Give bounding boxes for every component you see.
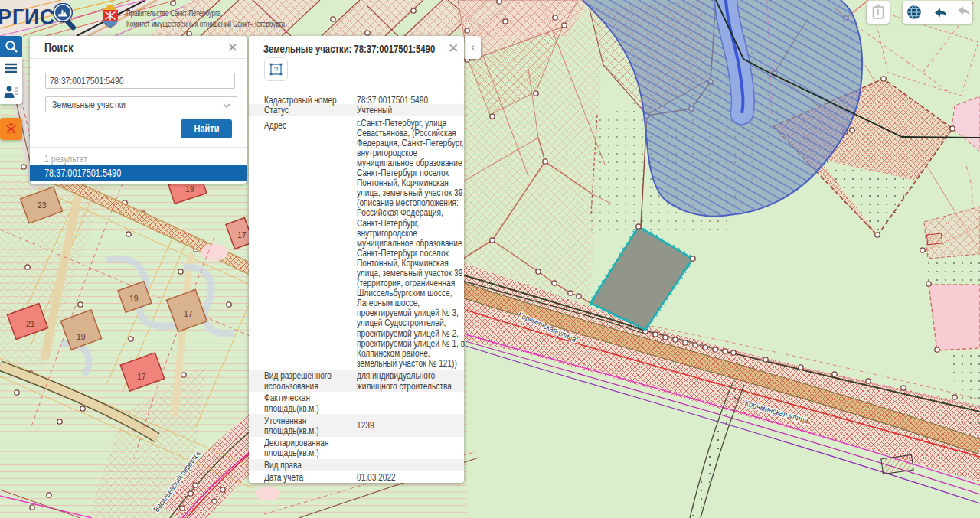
svg-text:Комитет имущественных отношени: Комитет имущественных отношений Санкт-Пе… (126, 19, 285, 28)
svg-text:19: 19 (129, 294, 139, 303)
svg-text:РГИС: РГИС (0, 5, 55, 29)
svg-text:17: 17 (137, 372, 146, 381)
svg-text:19: 19 (185, 184, 194, 194)
svg-text:21: 21 (26, 319, 35, 328)
svg-text:19: 19 (77, 332, 86, 341)
svg-text:17: 17 (184, 309, 193, 318)
svg-text:17: 17 (237, 230, 247, 239)
svg-text:Правительство Санкт-Петербурга: Правительство Санкт-Петербурга (126, 8, 220, 18)
svg-text:?: ? (274, 66, 279, 74)
svg-text:23: 23 (38, 200, 47, 210)
